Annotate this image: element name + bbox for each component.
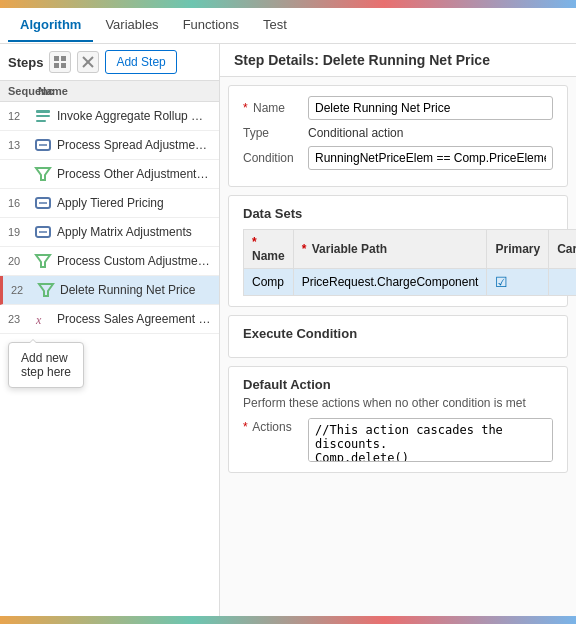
table-row[interactable]: 20 Process Custom Adjustment P — [0, 247, 219, 276]
default-action-section: Default Action Perform these actions whe… — [228, 366, 568, 473]
add-step-button[interactable]: Add Step — [105, 50, 176, 74]
proc-icon — [34, 136, 52, 154]
svg-rect-7 — [36, 115, 50, 117]
deco-bar-bottom — [0, 616, 576, 624]
col-name-header: Name — [38, 85, 211, 97]
grid-icon-btn[interactable] — [49, 51, 71, 73]
default-action-title: Default Action — [243, 377, 553, 392]
table-row[interactable]: 19 Apply Matrix Adjustments — [0, 218, 219, 247]
close-icon — [82, 56, 94, 68]
datasets-row[interactable]: Comp PriceRequest.ChargeComponent ☑ — [244, 269, 577, 296]
table-row-selected[interactable]: 22 Delete Running Net Price — [0, 276, 219, 305]
type-label: Type — [243, 126, 308, 140]
tab-test[interactable]: Test — [251, 9, 299, 42]
svg-rect-2 — [54, 63, 59, 68]
svg-text:x: x — [35, 313, 42, 327]
filter-icon — [34, 252, 52, 270]
required-star: * — [243, 101, 248, 115]
steps-header: Steps Add Step — [0, 44, 219, 81]
proc-icon — [34, 223, 52, 241]
name-type-section: * Name Type Conditional action Condition — [228, 85, 568, 187]
name-input[interactable] — [308, 96, 553, 120]
col-seq-header: Sequenc — [8, 85, 38, 97]
svg-rect-3 — [61, 63, 66, 68]
tab-functions[interactable]: Functions — [171, 9, 251, 42]
col-header-path: * Variable Path — [293, 230, 487, 269]
name-label: * Name — [243, 101, 308, 115]
right-panel: Step Details: Delete Running Net Price *… — [220, 44, 576, 624]
actions-textarea[interactable]: //This action cascades the discounts. Co… — [308, 418, 553, 462]
steps-list: 12 Invoke Aggregate Rollup Cha 13 Proces… — [0, 102, 219, 624]
type-value: Conditional action — [308, 126, 553, 140]
svg-rect-1 — [61, 56, 66, 61]
condition-input[interactable] — [308, 146, 553, 170]
datasets-section: Data Sets * Name * Variable Path Primary — [228, 195, 568, 307]
step-details-header: Step Details: Delete Running Net Price — [220, 44, 576, 77]
table-row[interactable]: Process Other Adjustment Ty — [0, 160, 219, 189]
add-step-tooltip-bubble: Add new step here — [8, 342, 84, 388]
dataset-card-cell — [549, 269, 576, 296]
svg-marker-17 — [39, 284, 53, 296]
col-headers: Sequenc Name — [0, 81, 219, 102]
name-row: * Name — [243, 96, 553, 120]
table-row[interactable]: 16 Apply Tiered Pricing — [0, 189, 219, 218]
tab-variables[interactable]: Variables — [93, 9, 170, 42]
actions-label: * Actions — [243, 418, 308, 434]
grid-icon — [53, 55, 67, 69]
left-panel: Steps Add Step Sequenc Name — [0, 44, 220, 624]
main-layout: Steps Add Step Sequenc Name — [0, 44, 576, 624]
table-row[interactable]: 12 Invoke Aggregate Rollup Cha — [0, 102, 219, 131]
deco-bar-top — [0, 0, 576, 8]
execute-condition-title: Execute Condition — [243, 326, 553, 341]
table-row[interactable]: 23 x Process Sales Agreement ten — [0, 305, 219, 334]
svg-rect-6 — [36, 110, 50, 113]
default-action-desc: Perform these actions when no other cond… — [243, 396, 553, 410]
svg-rect-0 — [54, 56, 59, 61]
condition-row: Condition — [243, 146, 553, 170]
col-header-primary: Primary — [487, 230, 549, 269]
var-icon: x — [34, 310, 52, 328]
actions-row: * Actions //This action cascades the dis… — [243, 418, 553, 462]
add-step-tooltip-area: Add new step here — [0, 334, 219, 396]
datasets-title: Data Sets — [243, 206, 553, 221]
dataset-path-cell: PriceRequest.ChargeComponent — [293, 269, 487, 296]
svg-marker-11 — [36, 168, 50, 180]
type-row: Type Conditional action — [243, 126, 553, 140]
col-header-name: * Name — [244, 230, 294, 269]
datasets-header-row: * Name * Variable Path Primary Card — [244, 230, 577, 269]
dataset-primary-cell: ☑ — [487, 269, 549, 296]
svg-marker-16 — [36, 255, 50, 267]
list-icon — [34, 107, 52, 125]
datasets-table: * Name * Variable Path Primary Card Comp — [243, 229, 576, 296]
condition-label: Condition — [243, 151, 308, 165]
col-header-card: Card — [549, 230, 576, 269]
top-nav: Algorithm Variables Functions Test — [0, 8, 576, 44]
filter-icon — [37, 281, 55, 299]
close-icon-btn[interactable] — [77, 51, 99, 73]
execute-condition-section: Execute Condition — [228, 315, 568, 358]
proc-icon — [34, 194, 52, 212]
filter-icon — [34, 165, 52, 183]
steps-title: Steps — [8, 55, 43, 70]
dataset-name-cell: Comp — [244, 269, 294, 296]
primary-checkbox[interactable]: ☑ — [495, 274, 508, 290]
tab-algorithm[interactable]: Algorithm — [8, 9, 93, 42]
svg-rect-8 — [36, 120, 46, 122]
table-row[interactable]: 13 Process Spread Adjustments — [0, 131, 219, 160]
